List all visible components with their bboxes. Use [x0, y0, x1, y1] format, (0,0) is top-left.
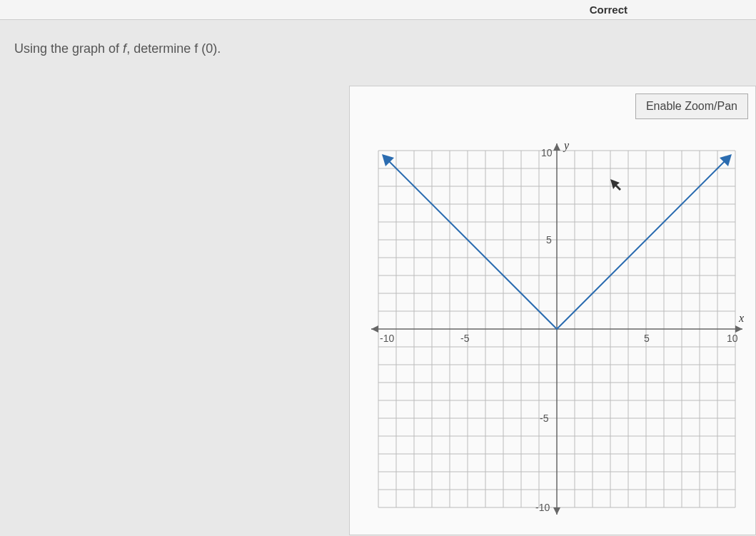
x-axis-arrow-right	[735, 325, 742, 333]
tick-x-neg10: -10	[380, 333, 394, 344]
header-bar: Correct	[0, 0, 756, 20]
q-expr: f (0)	[194, 41, 217, 56]
q-suffix: .	[217, 41, 221, 56]
y-axis-arrow-up	[553, 143, 560, 151]
cursor-icon	[610, 179, 621, 191]
x-axis-arrow-left	[371, 325, 378, 333]
graph-svg: -10 -5 5 10 10 5 -5 -10 y x	[364, 136, 750, 522]
q-middle: , determine	[126, 41, 194, 56]
zoom-pan-button[interactable]: Enable Zoom/Pan	[635, 93, 748, 119]
tick-y-10: 10	[541, 147, 553, 158]
graph-container[interactable]: -10 -5 5 10 10 5 -5 -10 y x	[364, 136, 750, 522]
y-axis-arrow-down	[553, 507, 560, 515]
y-axis-label: y	[563, 139, 570, 152]
tick-x-neg5: -5	[460, 333, 470, 344]
tick-y-neg10: -10	[535, 502, 550, 513]
question-area: Using the graph of f, determine f (0).	[0, 20, 756, 78]
q-prefix: Using the graph of	[14, 41, 123, 56]
tick-x-5: 5	[644, 333, 650, 344]
x-axis-label: x	[738, 312, 744, 324]
question-text: Using the graph of f, determine f (0).	[14, 41, 742, 56]
graph-panel: Enable Zoom/Pan	[349, 86, 756, 535]
tick-y-neg5: -5	[540, 413, 549, 424]
tick-x-10: 10	[727, 333, 738, 344]
tick-y-5: 5	[546, 234, 552, 246]
status-label: Correct	[590, 4, 628, 16]
